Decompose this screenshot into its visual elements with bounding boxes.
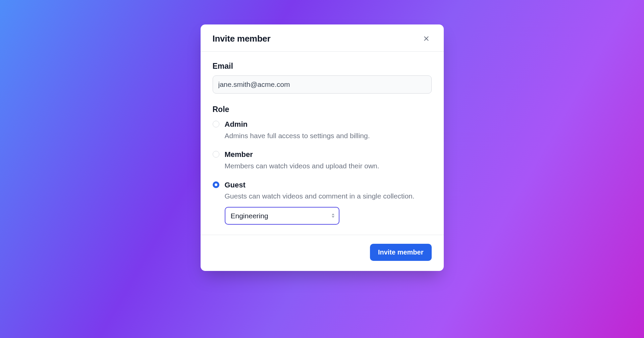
radio-icon <box>213 151 219 158</box>
collection-select-wrapper: Engineering <box>225 207 339 225</box>
role-option-guest[interactable]: Guest Guests can watch videos and commen… <box>213 180 432 225</box>
role-label: Role <box>213 105 432 114</box>
close-icon <box>423 35 430 42</box>
email-field[interactable] <box>213 75 432 94</box>
role-option-member[interactable]: Member Members can watch videos and uplo… <box>213 150 432 171</box>
radio-icon-checked <box>213 181 219 188</box>
modal-header: Invite member <box>201 24 444 52</box>
radio-content: Member Members can watch videos and uplo… <box>225 150 432 171</box>
email-label: Email <box>213 62 432 71</box>
radio-description: Admins have full access to settings and … <box>225 130 432 141</box>
modal-title: Invite member <box>213 34 271 44</box>
close-button[interactable] <box>421 33 432 44</box>
radio-description: Members can watch videos and upload thei… <box>225 161 432 171</box>
role-section: Role Admin Admins have full access to se… <box>213 105 432 225</box>
collection-select[interactable]: Engineering <box>225 207 339 225</box>
role-radio-group: Admin Admins have full access to setting… <box>213 119 432 225</box>
radio-label: Member <box>225 150 432 160</box>
radio-description: Guests can watch videos and comment in a… <box>225 191 432 202</box>
radio-content: Guest Guests can watch videos and commen… <box>225 180 432 225</box>
modal-body: Email Role Admin Admins have full access… <box>201 52 444 225</box>
radio-label: Admin <box>225 119 432 130</box>
invite-member-modal: Invite member Email Role Admin Admins ha… <box>201 24 444 271</box>
role-option-admin[interactable]: Admin Admins have full access to setting… <box>213 119 432 141</box>
invite-member-button[interactable]: Invite member <box>370 244 432 261</box>
radio-icon <box>213 121 219 127</box>
radio-content: Admin Admins have full access to setting… <box>225 119 432 141</box>
radio-label: Guest <box>225 180 432 190</box>
modal-footer: Invite member <box>201 235 444 271</box>
